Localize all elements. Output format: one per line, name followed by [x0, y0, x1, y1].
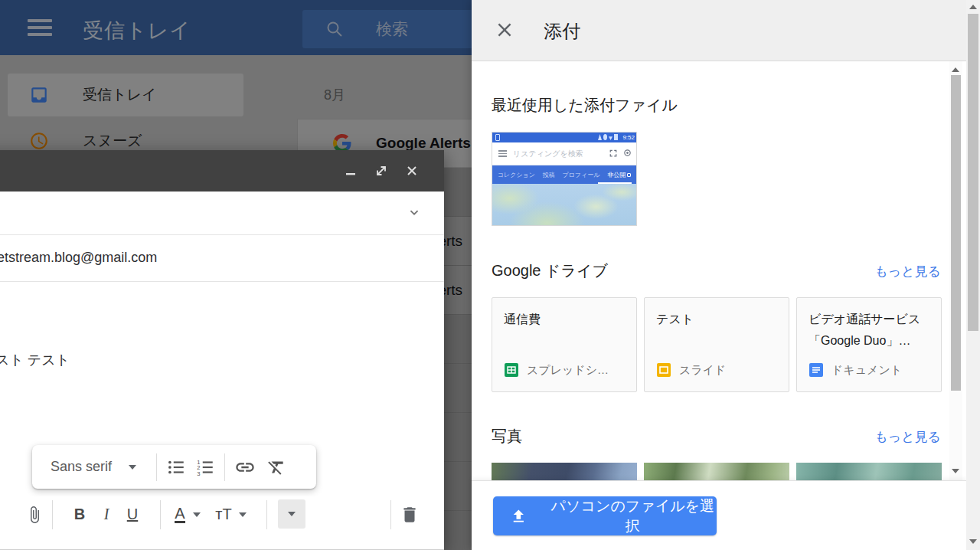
message-body[interactable]: スト テスト	[0, 351, 70, 369]
panel-scrollbar[interactable]	[949, 61, 962, 480]
upload-button-label: パソコンのファイルを選択	[549, 496, 717, 536]
numbered-list-icon[interactable]: 123	[195, 457, 215, 477]
phone-search-placeholder: リスティングを検索	[513, 149, 583, 159]
attachment-panel: 添付 最近使用した添付ファイル 9:52 リスティングを検索 コレクション 投稿…	[472, 0, 966, 550]
minimize-icon[interactable]	[341, 162, 360, 180]
upload-file-button[interactable]: パソコンのファイルを選択	[493, 496, 717, 535]
slides-icon	[656, 362, 671, 378]
photos-more-link[interactable]: もっと見る	[874, 428, 941, 446]
scroll-down-arrow[interactable]	[952, 469, 959, 473]
text-size-icon[interactable]: тT	[211, 496, 237, 532]
scrollbar-thumb[interactable]	[968, 14, 978, 331]
file-type: スプレッドシート	[527, 363, 617, 378]
chevron-down-icon[interactable]	[129, 465, 136, 470]
drive-more-link[interactable]: もっと見る	[874, 263, 941, 280]
photos-section-heading: 写真	[492, 426, 522, 447]
drive-file-card[interactable]: 通信費 スプレッドシート	[492, 297, 637, 392]
phone-tab: コレクション	[498, 171, 535, 179]
panel-title: 添付	[544, 19, 580, 44]
phone-tab-bar: コレクション 投稿 プロフィール 非公開	[492, 165, 636, 184]
drive-section-heading: Google ドライブ	[492, 260, 608, 281]
status-icons	[598, 134, 618, 140]
upload-icon	[510, 507, 528, 525]
panel-footer: パソコンのファイルを選択	[472, 480, 966, 550]
file-type: ドキュメント	[831, 363, 902, 378]
bulleted-list-icon[interactable]	[166, 457, 186, 477]
docs-icon	[808, 362, 824, 378]
photo-thumbnail[interactable]	[644, 463, 789, 481]
scrollbar-thumb[interactable]	[951, 75, 961, 391]
expand-icon[interactable]	[372, 162, 390, 180]
recent-attachments-heading: 最近使用した添付ファイル	[492, 95, 678, 116]
photo-thumbnail[interactable]	[796, 463, 942, 481]
panel-header: 添付	[472, 0, 966, 61]
phone-tab: プロフィール	[562, 171, 599, 179]
italic-icon[interactable]: I	[96, 496, 116, 532]
chevron-down-icon[interactable]	[193, 512, 201, 517]
text-color-icon[interactable]: A	[170, 496, 190, 532]
photo-thumbnail[interactable]	[492, 463, 637, 481]
drive-file-card[interactable]: テスト スライド	[644, 297, 789, 392]
discard-draft-icon[interactable]	[398, 496, 421, 532]
scroll-up-arrow[interactable]	[952, 67, 959, 72]
phone-tab: 投稿	[543, 171, 555, 179]
chevron-down-icon[interactable]	[239, 512, 247, 517]
close-icon[interactable]	[403, 162, 421, 180]
menu-icon	[498, 150, 507, 157]
fullscreen-icon	[609, 149, 617, 157]
status-time: 9:52	[622, 134, 635, 141]
compose-titlebar[interactable]	[0, 150, 444, 192]
svg-text:3: 3	[197, 470, 200, 476]
formatting-popup: Sans serif 123	[32, 445, 316, 489]
sheets-icon	[504, 362, 519, 378]
from-field[interactable]: etstream.blog@gmail.com	[0, 235, 444, 282]
page-scrollbar[interactable]	[966, 0, 980, 550]
attach-file-icon[interactable]	[24, 496, 44, 532]
close-icon[interactable]	[495, 20, 516, 41]
location-icon	[623, 149, 632, 157]
file-type: スライド	[679, 363, 726, 378]
recent-attachment-thumbnail[interactable]: 9:52 リスティングを検索 コレクション 投稿 プロフィール 非公開	[492, 132, 637, 226]
more-options-button[interactable]	[278, 499, 305, 529]
app-window: 受信トレイ 検索 受信トレイ スヌーズ 8月 Google Alerts Goo…	[0, 0, 980, 550]
compose-toolbar: B I U A тT	[0, 496, 444, 535]
file-name: 通信費	[504, 309, 626, 330]
file-name: ビデオ通話サービス「Google Duo」…	[808, 309, 931, 352]
chevron-down-icon[interactable]	[406, 204, 423, 224]
insert-link-icon[interactable]	[234, 457, 256, 478]
lock-icon	[627, 173, 631, 177]
recipients-field[interactable]	[0, 192, 444, 235]
underline-icon[interactable]: U	[122, 496, 142, 532]
from-email: etstream.blog@gmail.com	[0, 250, 157, 266]
drive-file-card[interactable]: ビデオ通話サービス「Google Duo」… ドキュメント	[796, 297, 942, 392]
phone-search-bar: リスティングを検索	[492, 142, 636, 165]
scroll-up-arrow[interactable]	[969, 5, 977, 9]
phone-icon	[495, 134, 500, 141]
clear-formatting-icon[interactable]	[266, 457, 286, 477]
phone-status-bar: 9:52	[492, 133, 636, 142]
map-image	[492, 184, 636, 225]
compose-window: etstream.blog@gmail.com スト テスト Sans seri…	[0, 150, 444, 550]
file-name: テスト	[656, 309, 779, 330]
bold-icon[interactable]: B	[70, 496, 90, 532]
phone-tab: 非公開	[607, 171, 631, 179]
font-family-select[interactable]: Sans serif	[51, 459, 112, 475]
scroll-down-arrow[interactable]	[969, 539, 977, 544]
